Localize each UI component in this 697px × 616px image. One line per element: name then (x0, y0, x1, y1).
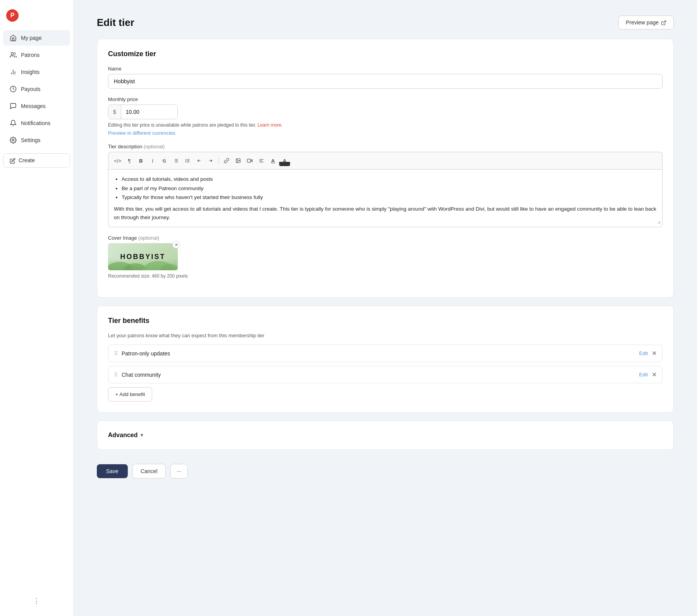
description-bullet-1: Access to all tutorials, videos and post… (122, 175, 657, 184)
cover-image: HOBBYIST (108, 243, 178, 270)
indent-dec-toolbar-btn[interactable] (194, 155, 204, 166)
name-field-group: Name (108, 66, 663, 89)
italic-toolbar-btn[interactable]: I (147, 155, 158, 166)
svg-point-0 (11, 52, 14, 55)
strikethrough-toolbar-btn[interactable]: S (159, 155, 170, 166)
external-link-icon (661, 19, 666, 26)
benefit-remove-button[interactable]: ✕ (652, 350, 657, 357)
page-title: Edit tier (97, 17, 134, 29)
patreon-logo: P (6, 9, 19, 22)
editor-resize-handle: ⊿ (658, 219, 661, 225)
price-label: Monthly price (108, 96, 663, 102)
preview-page-button[interactable]: Preview page (618, 15, 674, 29)
sidebar-item-label: Payouts (21, 86, 41, 92)
ordered-list-toolbar-btn[interactable] (182, 155, 193, 166)
learn-more-link[interactable]: Learn more. (258, 122, 283, 128)
payouts-icon (9, 85, 17, 93)
svg-line-6 (663, 21, 666, 23)
sidebar-nav: My page Patrons Insights (0, 29, 73, 592)
create-label: Create (19, 157, 35, 163)
svg-point-19 (237, 160, 238, 160)
sidebar-item-patrons[interactable]: Patrons (3, 47, 70, 63)
main-content: Edit tier Preview page Customize tier Na… (74, 0, 697, 616)
footer-actions: Save Cancel ··· (97, 458, 674, 485)
description-label: Tier description (optional) (108, 144, 663, 149)
font-color-toolbar-btn[interactable]: A (268, 155, 278, 166)
more-button[interactable]: ··· (170, 464, 188, 479)
advanced-title: Advanced (108, 432, 137, 439)
benefit-name: Chat community (122, 372, 639, 378)
benefit-name: Patron-only updates (122, 350, 639, 357)
name-label: Name (108, 66, 663, 72)
settings-icon (9, 136, 17, 144)
description-bullet-3: Typically for those who haven't yet star… (122, 193, 657, 202)
cover-image-remove-button[interactable]: ✕ (172, 241, 180, 249)
cover-image-text: HOBBYIST (120, 253, 165, 261)
tier-benefits-subtitle: Let your patrons know what they can expe… (108, 333, 663, 338)
benefit-edit-button[interactable]: Edit (639, 372, 648, 377)
advanced-toggle[interactable]: Advanced ▾ (108, 432, 663, 439)
save-button[interactable]: Save (97, 464, 128, 478)
sidebar-item-my-page[interactable]: My page (3, 30, 70, 46)
sidebar-item-messages[interactable]: Messages (3, 98, 70, 114)
patrons-icon (9, 51, 17, 59)
editor-toolbar: </> ¶ B I S (108, 152, 663, 169)
sidebar-item-label: Messages (21, 103, 46, 109)
description-body: With this tier, you will get access to a… (114, 205, 657, 221)
sidebar: P My page Patrons (0, 0, 74, 616)
name-input[interactable] (108, 74, 663, 89)
sidebar-item-insights[interactable]: Insights (3, 64, 70, 80)
align-toolbar-btn[interactable] (256, 155, 267, 166)
svg-point-5 (12, 139, 14, 141)
cancel-button[interactable]: Cancel (132, 464, 166, 479)
code-toolbar-btn[interactable]: </> (112, 155, 123, 166)
create-button[interactable]: Create (3, 153, 70, 168)
drag-handle-icon[interactable]: ⠿ (114, 372, 118, 378)
messages-icon (9, 102, 17, 110)
price-field: $ (108, 105, 178, 119)
price-note: Editing this tier price is unavailable w… (108, 122, 663, 128)
sidebar-item-label: Settings (21, 137, 41, 143)
tier-benefits-title: Tier benefits (108, 317, 663, 325)
more-options-button[interactable]: ⋮ (33, 597, 40, 605)
cover-size-hint: Recommended size: 460 by 200 pixels (108, 273, 663, 279)
sidebar-item-label: Notifications (21, 120, 50, 126)
home-icon (9, 34, 17, 42)
tier-benefits-card: Tier benefits Let your patrons know what… (97, 305, 674, 413)
link-toolbar-btn[interactable] (221, 155, 232, 166)
price-field-group: Monthly price $ Editing this tier price … (108, 96, 663, 136)
video-toolbar-btn[interactable] (244, 155, 255, 166)
sidebar-item-label: My page (21, 35, 42, 41)
svg-marker-20 (251, 160, 252, 162)
indent-inc-toolbar-btn[interactable] (205, 155, 216, 166)
add-benefit-button[interactable]: + Add benefit (108, 387, 152, 402)
benefit-row: ⠿ Patron-only updates Edit ✕ (108, 345, 663, 362)
paragraph-toolbar-btn[interactable]: ¶ (124, 155, 135, 166)
sidebar-item-payouts[interactable]: Payouts (3, 81, 70, 97)
description-editor[interactable]: Access to all tutorials, videos and post… (108, 169, 663, 227)
drag-handle-icon[interactable]: ⠿ (114, 350, 118, 357)
advanced-card: Advanced ▾ (97, 420, 674, 450)
benefit-edit-button[interactable]: Edit (639, 350, 648, 356)
edit-icon (10, 157, 15, 164)
sidebar-item-label: Insights (21, 69, 39, 75)
cover-image-label: Cover Image (optional) (108, 235, 663, 241)
description-field-group: Tier description (optional) </> ¶ B I S (108, 144, 663, 227)
insights-icon (9, 68, 17, 76)
customize-tier-card: Customize tier Name Monthly price $ Edit… (97, 39, 674, 298)
notifications-icon (9, 119, 17, 127)
preview-currencies-link[interactable]: Preview in different currencies (108, 130, 663, 136)
sidebar-item-settings[interactable]: Settings (3, 132, 70, 148)
bullet-list-toolbar-btn[interactable] (170, 155, 181, 166)
svg-rect-21 (247, 159, 251, 162)
chevron-down-icon: ▾ (141, 432, 143, 438)
customize-tier-title: Customize tier (108, 50, 663, 58)
price-input[interactable] (121, 105, 178, 119)
sidebar-item-notifications[interactable]: Notifications (3, 115, 70, 131)
bold-toolbar-btn[interactable]: B (136, 155, 146, 166)
image-toolbar-btn[interactable] (233, 155, 244, 166)
description-bullet-2: Be a part of my Patreon community (122, 184, 657, 193)
benefit-remove-button[interactable]: ✕ (652, 371, 657, 378)
bg-color-toolbar-btn[interactable]: A (279, 155, 290, 166)
cover-image-wrapper: HOBBYIST ✕ (108, 243, 178, 270)
